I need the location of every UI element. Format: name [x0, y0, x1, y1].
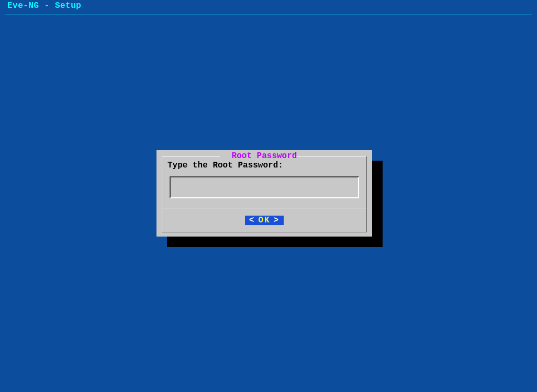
- bracket-right-icon: >: [274, 216, 280, 225]
- header-divider: [5, 15, 532, 15]
- ok-button[interactable]: < OK >: [245, 216, 284, 225]
- root-password-input[interactable]: [170, 176, 359, 198]
- dialog-lower-frame: < OK >: [162, 208, 367, 232]
- password-dialog: Type the Root Password: Root Password < …: [156, 150, 372, 237]
- bracket-left-icon: <: [249, 216, 255, 225]
- ok-button-label: OK: [255, 216, 273, 225]
- page-title: Eve-NG - Setup: [7, 1, 81, 10]
- password-prompt: Type the Root Password:: [167, 161, 283, 170]
- dialog-upper-frame: Type the Root Password:: [162, 156, 367, 208]
- page-header: Eve-NG - Setup: [0, 0, 537, 12]
- dialog-title: Root Password: [156, 151, 372, 161]
